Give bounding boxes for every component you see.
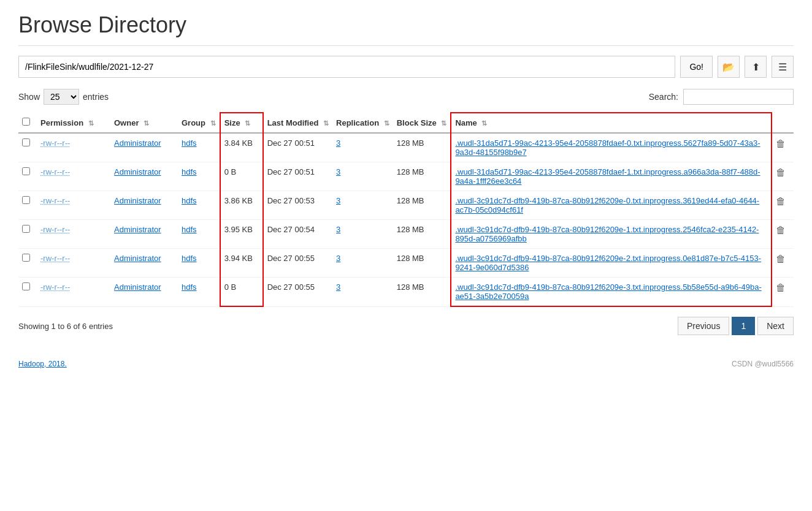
delete-icon-5[interactable]: 🗑 bbox=[776, 282, 786, 293]
replication-cell-4: 3 bbox=[332, 249, 393, 278]
lastmod-cell-5: Dec 27 00:55 bbox=[263, 278, 332, 307]
next-button[interactable]: Next bbox=[757, 317, 794, 335]
permission-link-5[interactable]: -rw-r--r-- bbox=[40, 282, 70, 292]
owner-link-0[interactable]: Administrator bbox=[114, 138, 161, 148]
page-1-button[interactable]: 1 bbox=[732, 317, 755, 335]
list-icon-button[interactable]: ☰ bbox=[772, 56, 794, 78]
blocksize-cell-1: 128 MB bbox=[393, 162, 451, 191]
replication-link-1[interactable]: 3 bbox=[336, 167, 340, 176]
th-name[interactable]: Name ⇅ bbox=[451, 113, 772, 133]
delete-icon-4[interactable]: 🗑 bbox=[776, 254, 786, 264]
delete-icon-2[interactable]: 🗑 bbox=[776, 196, 786, 206]
table-row: -rw-r--r-- Administrator hdfs 0 B Dec 27… bbox=[18, 162, 794, 191]
footer-left-link[interactable]: Hadoop, 2018. bbox=[18, 360, 67, 368]
delete-icon-3[interactable]: 🗑 bbox=[776, 225, 786, 235]
name-link-0[interactable]: .wudl-31da5d71-99ac-4213-95e4-2058878fda… bbox=[455, 138, 760, 157]
permission-link-0[interactable]: -rw-r--r-- bbox=[40, 138, 70, 148]
folder-icon: 📂 bbox=[722, 61, 735, 73]
search-input[interactable] bbox=[683, 89, 794, 105]
go-button[interactable]: Go! bbox=[680, 56, 713, 78]
group-link-3[interactable]: hdfs bbox=[182, 225, 197, 234]
th-delete bbox=[772, 113, 794, 133]
sort-icon-blocksize: ⇅ bbox=[441, 119, 446, 127]
permission-link-4[interactable]: -rw-r--r-- bbox=[40, 254, 70, 263]
row-checkbox-3[interactable] bbox=[22, 225, 30, 233]
owner-link-4[interactable]: Administrator bbox=[114, 254, 161, 263]
row-checkbox-1[interactable] bbox=[22, 167, 30, 175]
permission-link-1[interactable]: -rw-r--r-- bbox=[40, 167, 70, 176]
table-row: -rw-r--r-- Administrator hdfs 0 B Dec 27… bbox=[18, 278, 794, 307]
path-input[interactable] bbox=[18, 56, 675, 78]
owner-link-1[interactable]: Administrator bbox=[114, 167, 161, 176]
row-checkbox-0[interactable] bbox=[22, 138, 30, 146]
show-label: Show bbox=[18, 92, 40, 102]
th-group[interactable]: Group ⇅ bbox=[178, 113, 220, 133]
sort-icon-permission: ⇅ bbox=[88, 119, 94, 127]
page-title: Browse Directory bbox=[18, 12, 794, 46]
footer-row: Showing 1 to 6 of 6 entries Previous 1 N… bbox=[18, 317, 794, 335]
group-link-2[interactable]: hdfs bbox=[182, 196, 197, 205]
size-cell-3: 3.95 KB bbox=[220, 220, 263, 249]
th-owner[interactable]: Owner ⇅ bbox=[110, 113, 178, 133]
sort-icon-group: ⇅ bbox=[210, 119, 216, 127]
path-bar: Go! 📂 ⬆ ☰ bbox=[18, 56, 794, 78]
th-blocksize[interactable]: Block Size ⇅ bbox=[393, 113, 451, 133]
table-row: -rw-r--r-- Administrator hdfs 3.84 KB De… bbox=[18, 133, 794, 162]
previous-button[interactable]: Previous bbox=[678, 317, 729, 335]
search-label: Search: bbox=[649, 92, 678, 102]
row-checkbox-2[interactable] bbox=[22, 196, 30, 204]
size-cell-1: 0 B bbox=[220, 162, 263, 191]
entries-select[interactable]: 10 25 50 100 bbox=[44, 89, 79, 105]
replication-link-5[interactable]: 3 bbox=[336, 282, 340, 292]
folder-icon-button[interactable]: 📂 bbox=[718, 56, 740, 78]
sort-icon-owner: ⇅ bbox=[144, 119, 149, 127]
th-lastmod[interactable]: Last Modified ⇅ bbox=[263, 113, 332, 133]
sort-icon-replication: ⇅ bbox=[384, 119, 389, 127]
owner-link-3[interactable]: Administrator bbox=[114, 225, 161, 234]
th-permission[interactable]: Permission ⇅ bbox=[37, 113, 110, 133]
blocksize-cell-5: 128 MB bbox=[393, 278, 451, 307]
group-link-5[interactable]: hdfs bbox=[182, 282, 197, 292]
upload-icon-button[interactable]: ⬆ bbox=[745, 56, 767, 78]
replication-cell-1: 3 bbox=[332, 162, 393, 191]
name-link-2[interactable]: .wudl-3c91dc7d-dfb9-419b-87ca-80b912f620… bbox=[455, 196, 759, 214]
replication-link-4[interactable]: 3 bbox=[336, 254, 340, 263]
sort-icon-name: ⇅ bbox=[481, 119, 487, 127]
name-link-3[interactable]: .wudl-3c91dc7d-dfb9-419b-87ca-80b912f620… bbox=[455, 225, 759, 243]
delete-icon-0[interactable]: 🗑 bbox=[776, 138, 786, 149]
replication-link-3[interactable]: 3 bbox=[336, 225, 340, 234]
permission-link-3[interactable]: -rw-r--r-- bbox=[40, 225, 70, 234]
table-row: -rw-r--r-- Administrator hdfs 3.95 KB De… bbox=[18, 220, 794, 249]
bottom-footer: Hadoop, 2018. CSDN @wudl5566 bbox=[18, 360, 794, 368]
replication-cell-5: 3 bbox=[332, 278, 393, 307]
group-link-4[interactable]: hdfs bbox=[182, 254, 197, 263]
name-cell-4: .wudl-3c91dc7d-dfb9-419b-87ca-80b912f620… bbox=[451, 249, 772, 278]
delete-icon-1[interactable]: 🗑 bbox=[776, 167, 786, 178]
owner-link-2[interactable]: Administrator bbox=[114, 196, 161, 205]
name-link-4[interactable]: .wudl-3c91dc7d-dfb9-419b-87ca-80b912f620… bbox=[455, 254, 761, 272]
group-link-0[interactable]: hdfs bbox=[182, 138, 197, 148]
replication-cell-0: 3 bbox=[332, 133, 393, 162]
group-link-1[interactable]: hdfs bbox=[182, 167, 197, 176]
name-cell-5: .wudl-3c91dc7d-dfb9-419b-87ca-80b912f620… bbox=[451, 278, 772, 307]
owner-link-5[interactable]: Administrator bbox=[114, 282, 161, 292]
row-checkbox-4[interactable] bbox=[22, 254, 30, 262]
blocksize-cell-0: 128 MB bbox=[393, 133, 451, 162]
name-cell-3: .wudl-3c91dc7d-dfb9-419b-87ca-80b912f620… bbox=[451, 220, 772, 249]
name-link-1[interactable]: .wudl-31da5d71-99ac-4213-95e4-2058878fda… bbox=[455, 167, 760, 186]
th-size[interactable]: Size ⇅ bbox=[220, 113, 263, 133]
entries-label: entries bbox=[83, 92, 109, 102]
show-entries: Show 10 25 50 100 entries bbox=[18, 89, 109, 105]
th-replication[interactable]: Replication ⇅ bbox=[332, 113, 393, 133]
select-all-checkbox[interactable] bbox=[22, 118, 30, 126]
permission-link-2[interactable]: -rw-r--r-- bbox=[40, 196, 70, 205]
name-link-5[interactable]: .wudl-3c91dc7d-dfb9-419b-87ca-80b912f620… bbox=[455, 282, 761, 301]
replication-link-2[interactable]: 3 bbox=[336, 196, 340, 205]
size-cell-4: 3.94 KB bbox=[220, 249, 263, 278]
row-checkbox-5[interactable] bbox=[22, 282, 30, 290]
lastmod-cell-4: Dec 27 00:55 bbox=[263, 249, 332, 278]
list-icon: ☰ bbox=[778, 61, 787, 73]
replication-link-0[interactable]: 3 bbox=[336, 138, 340, 148]
table-row: -rw-r--r-- Administrator hdfs 3.86 KB De… bbox=[18, 191, 794, 220]
sort-icon-size: ⇅ bbox=[245, 119, 250, 127]
